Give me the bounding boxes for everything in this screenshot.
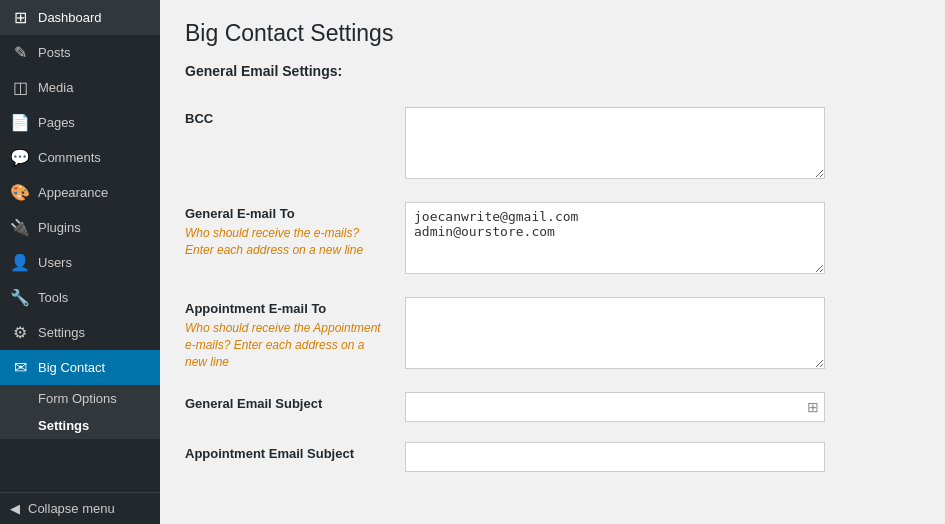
sidebar-item-users[interactable]: 👤 Users — [0, 245, 160, 280]
bcc-label: BCC — [185, 111, 385, 126]
general-email-subject-label: General Email Subject — [185, 396, 385, 411]
sidebar-item-label: Dashboard — [38, 10, 102, 25]
form-row-general-email-subject: General Email Subject ⊞ — [185, 382, 920, 432]
sidebar-item-big-contact[interactable]: ✉ Big Contact — [0, 350, 160, 385]
pages-icon: 📄 — [10, 113, 30, 132]
sidebar-item-appearance[interactable]: 🎨 Appearance — [0, 175, 160, 210]
sidebar-item-label: Media — [38, 80, 73, 95]
posts-icon: ✎ — [10, 43, 30, 62]
general-email-to-hint: Who should receive the e-mails? Enter ea… — [185, 226, 363, 257]
submenu-item-form-options[interactable]: Form Options — [0, 385, 160, 412]
form-row-general-email-to: General E-mail To Who should receive the… — [185, 192, 920, 287]
plugins-icon: 🔌 — [10, 218, 30, 237]
sidebar-item-label: Users — [38, 255, 72, 270]
form-row-appointment-email-subject: Appointment Email Subject — [185, 432, 920, 482]
sidebar-item-comments[interactable]: 💬 Comments — [0, 140, 160, 175]
sidebar-item-label: Plugins — [38, 220, 81, 235]
settings-icon: ⚙ — [10, 323, 30, 342]
collapse-icon: ◀ — [10, 501, 20, 516]
users-icon: 👤 — [10, 253, 30, 272]
dashboard-icon: ⊞ — [10, 8, 30, 27]
sidebar: ⊞ Dashboard ✎ Posts ◫ Media 📄 Pages 💬 Co… — [0, 0, 160, 524]
sidebar-item-label: Settings — [38, 325, 85, 340]
sidebar-item-label: Big Contact — [38, 360, 105, 375]
settings-form: BCC General E-mail To Who should receive… — [185, 97, 920, 482]
sidebar-item-label: Posts — [38, 45, 71, 60]
sidebar-item-media[interactable]: ◫ Media — [0, 70, 160, 105]
general-email-subject-input[interactable] — [405, 392, 825, 422]
sidebar-item-label: Appearance — [38, 185, 108, 200]
sidebar-item-tools[interactable]: 🔧 Tools — [0, 280, 160, 315]
appointment-email-subject-label: Appointment Email Subject — [185, 446, 385, 461]
sidebar-item-settings[interactable]: ⚙ Settings — [0, 315, 160, 350]
sidebar-item-plugins[interactable]: 🔌 Plugins — [0, 210, 160, 245]
collapse-menu-button[interactable]: ◀ Collapse menu — [0, 492, 160, 524]
general-email-subject-wrapper: ⊞ — [405, 392, 825, 422]
comments-icon: 💬 — [10, 148, 30, 167]
main-content: Big Contact Settings General Email Setti… — [160, 0, 945, 524]
sidebar-item-dashboard[interactable]: ⊞ Dashboard — [0, 0, 160, 35]
form-row-appointment-email-to: Appointment E-mail To Who should receive… — [185, 287, 920, 382]
submenu-label: Form Options — [38, 391, 117, 406]
media-icon: ◫ — [10, 78, 30, 97]
sidebar-item-posts[interactable]: ✎ Posts — [0, 35, 160, 70]
submenu-label: Settings — [38, 418, 89, 433]
general-email-to-label: General E-mail To — [185, 206, 385, 221]
collapse-label: Collapse menu — [28, 501, 115, 516]
tools-icon: 🔧 — [10, 288, 30, 307]
sidebar-item-label: Tools — [38, 290, 68, 305]
page-title: Big Contact Settings — [185, 20, 920, 47]
section-title: General Email Settings: — [185, 63, 920, 79]
sidebar-item-label: Pages — [38, 115, 75, 130]
big-contact-submenu: Form Options Settings — [0, 385, 160, 439]
sidebar-item-label: Comments — [38, 150, 101, 165]
big-contact-icon: ✉ — [10, 358, 30, 377]
appointment-email-to-input[interactable] — [405, 297, 825, 369]
bcc-input[interactable] — [405, 107, 825, 179]
appointment-email-to-hint: Who should receive the Appointment e-mai… — [185, 321, 381, 369]
general-email-to-input[interactable]: joecanwrite@gmail.com admin@ourstore.com — [405, 202, 825, 274]
form-row-bcc: BCC — [185, 97, 920, 192]
appearance-icon: 🎨 — [10, 183, 30, 202]
field-tag-icon: ⊞ — [807, 399, 819, 415]
appointment-email-to-label: Appointment E-mail To — [185, 301, 385, 316]
sidebar-item-pages[interactable]: 📄 Pages — [0, 105, 160, 140]
appointment-email-subject-input[interactable] — [405, 442, 825, 472]
submenu-item-settings[interactable]: Settings — [0, 412, 160, 439]
